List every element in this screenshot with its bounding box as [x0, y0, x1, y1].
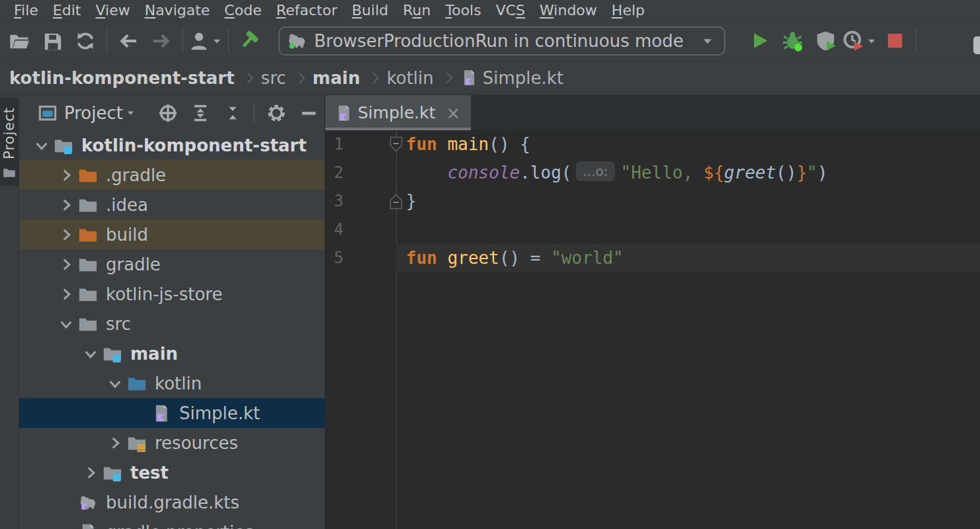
- clipped-toolbar-button[interactable]: [969, 30, 980, 60]
- menu-item-run[interactable]: Run: [395, 0, 438, 20]
- project-panel-title[interactable]: Project: [64, 103, 123, 123]
- editor-line[interactable]: 3}: [325, 187, 980, 216]
- clipped-icon: [969, 35, 980, 56]
- code-token: ${: [704, 163, 724, 183]
- tree-item-label: .gradle: [106, 165, 166, 185]
- build-hammer-button[interactable]: [234, 26, 266, 56]
- code-editor[interactable]: 1fun main() {2 console.log(...o:"Hello, …: [325, 130, 980, 529]
- code-line: console.log(...o:"Hello, ${greet()}"): [396, 159, 980, 187]
- project-tool-window: Project kotlin-komponent-start.gradle.id…: [19, 95, 325, 529]
- menu-item-help[interactable]: Help: [604, 0, 652, 20]
- user-button[interactable]: [188, 26, 223, 56]
- menu-item-edit[interactable]: Edit: [46, 0, 89, 20]
- tree-row[interactable]: build: [19, 220, 325, 249]
- stop-icon: [884, 30, 906, 52]
- editor-line[interactable]: 4: [325, 216, 980, 244]
- breadcrumb-item[interactable]: kotlin: [387, 68, 434, 88]
- chevron-down-icon[interactable]: [54, 309, 78, 339]
- folder-module-icon: [102, 339, 126, 368]
- line-number: 1: [325, 130, 396, 159]
- profiler-button[interactable]: [842, 26, 878, 56]
- chevron-down-icon: [125, 107, 136, 118]
- project-stripe-button[interactable]: Project: [0, 98, 19, 186]
- editor-line[interactable]: 5fun greet() = "world": [325, 244, 980, 272]
- chevron-down-icon: [211, 35, 223, 47]
- chevron-down-icon[interactable]: [29, 130, 54, 160]
- breadcrumb-item[interactable]: main: [313, 68, 360, 88]
- fold-marker-icon[interactable]: [389, 193, 403, 210]
- folder-resources-icon: [127, 428, 151, 458]
- menu-item-vcs[interactable]: VCS: [489, 0, 532, 20]
- tree-row[interactable]: build.gradle.kts: [19, 487, 325, 517]
- toolbar-separator: [228, 28, 229, 54]
- chevron-right-icon[interactable]: [54, 249, 78, 279]
- tree-row[interactable]: Simple.kt: [19, 398, 325, 428]
- menu-item-refactor[interactable]: Refactor: [269, 0, 345, 20]
- fold-marker-icon[interactable]: [389, 136, 403, 153]
- chevron-right-icon[interactable]: [102, 428, 127, 458]
- hide-button[interactable]: [292, 98, 325, 128]
- tree-row[interactable]: resources: [19, 428, 325, 458]
- coverage-icon: [815, 30, 837, 52]
- chevron-right-icon[interactable]: [54, 160, 78, 190]
- breadcrumb-item[interactable]: src: [261, 68, 286, 88]
- code-token: main: [448, 134, 489, 154]
- menu-item-navigate[interactable]: Navigate: [138, 0, 218, 20]
- breadcrumb-chevron-icon: [242, 72, 253, 83]
- chevron-down-icon[interactable]: [78, 339, 102, 368]
- run-button[interactable]: [743, 26, 775, 56]
- menu-bar: FileEditViewNavigateCodeRefactorBuildRun…: [0, 0, 980, 20]
- breadcrumb-item[interactable]: kotlin-komponent-start: [9, 68, 235, 88]
- tree-row[interactable]: kotlin: [19, 368, 325, 398]
- chevron-right-icon[interactable]: [78, 458, 102, 487]
- stop-button[interactable]: [879, 26, 911, 56]
- folder-icon: [78, 309, 102, 339]
- settings-button[interactable]: [260, 98, 292, 128]
- forward-button[interactable]: [145, 26, 177, 56]
- tree-row[interactable]: test: [19, 458, 325, 487]
- editor-line[interactable]: 1fun main() {: [325, 130, 980, 159]
- toolbar-separator: [106, 28, 107, 54]
- menu-item-code[interactable]: Code: [217, 0, 268, 20]
- chevron-right-icon[interactable]: [54, 279, 78, 309]
- tree-row[interactable]: .gradle: [19, 160, 325, 190]
- back-button[interactable]: [112, 26, 144, 56]
- expand-all-button[interactable]: [184, 98, 217, 128]
- code-line: fun greet() = "world": [396, 244, 980, 272]
- debug-button[interactable]: [776, 26, 808, 56]
- tree-row[interactable]: kotlin-js-store: [19, 279, 325, 309]
- collapse-all-button[interactable]: [217, 98, 249, 128]
- expand-all-icon: [190, 103, 210, 123]
- tree-row[interactable]: main: [19, 339, 325, 368]
- chevron-right-icon[interactable]: [54, 190, 78, 220]
- toolbar-separator: [254, 102, 255, 124]
- close-icon[interactable]: ×: [446, 104, 461, 122]
- save-icon: [42, 30, 63, 52]
- breadcrumb-item[interactable]: Simple.kt: [483, 68, 563, 88]
- open-button[interactable]: [3, 26, 35, 56]
- tab-simple-kt[interactable]: Simple.kt ×: [325, 95, 471, 130]
- code-token: fun: [406, 248, 448, 268]
- save-button[interactable]: [36, 26, 68, 56]
- editor-line[interactable]: 2 console.log(...o:"Hello, ${greet()}"): [325, 159, 980, 187]
- toolbar-right-group: [743, 21, 921, 60]
- menu-item-build[interactable]: Build: [345, 0, 395, 20]
- menu-item-window[interactable]: Window: [532, 0, 604, 20]
- tree-row[interactable]: kotlin-komponent-start: [19, 130, 325, 160]
- coverage-button[interactable]: [809, 26, 841, 56]
- chevron-down-icon[interactable]: [102, 368, 127, 398]
- menu-item-file[interactable]: File: [7, 0, 46, 20]
- tree-row[interactable]: .idea: [19, 190, 325, 220]
- run-configuration-label: BrowserProductionRun in continuous mode: [314, 31, 690, 51]
- menu-item-tools[interactable]: Tools: [438, 0, 488, 20]
- sync-button[interactable]: [69, 26, 101, 56]
- tree-row[interactable]: gradle.properties: [19, 517, 325, 529]
- tree-row[interactable]: gradle: [19, 249, 325, 279]
- chevron-right-icon[interactable]: [54, 220, 78, 249]
- locate-button[interactable]: [152, 98, 184, 128]
- tool-window-stripe: Project: [0, 95, 19, 529]
- menu-item-view[interactable]: View: [88, 0, 137, 20]
- run-configuration-select[interactable]: BrowserProductionRun in continuous mode: [278, 26, 725, 56]
- tree-row[interactable]: src: [19, 309, 325, 339]
- line-number: 4: [325, 216, 396, 244]
